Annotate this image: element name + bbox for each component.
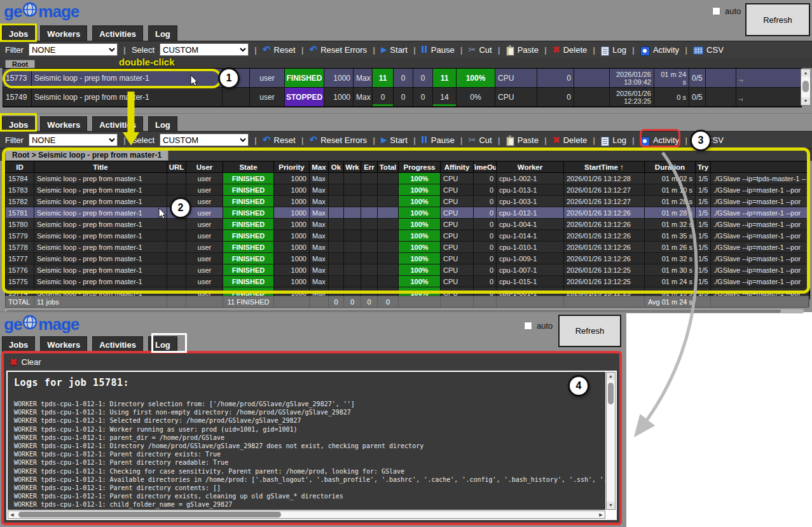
cell-timeout: 0 bbox=[474, 230, 497, 241]
refresh-button[interactable]: Refresh bbox=[558, 315, 621, 347]
column-header-progress[interactable]: Progress bbox=[399, 161, 441, 172]
scroll-thumb[interactable] bbox=[18, 512, 281, 517]
table-row[interactable]: 15778Seismic loop - prep from master-1us… bbox=[6, 242, 809, 253]
toolbar-button-reset-errors[interactable]: ↶Reset Errors bbox=[310, 45, 368, 55]
cell-wrk bbox=[344, 230, 361, 241]
tab-activities[interactable]: Activities bbox=[92, 25, 143, 42]
column-header-err[interactable]: Err bbox=[361, 161, 378, 172]
table-row[interactable]: 15782Seismic loop - prep from master-1us… bbox=[6, 196, 809, 207]
cell-duration: 01 m 32 s bbox=[645, 253, 696, 264]
scroll-up-icon[interactable]: ▲ bbox=[801, 69, 810, 77]
cell-start: 2026/01/26 13:12:26 bbox=[564, 219, 645, 229]
scroll-up-icon[interactable]: ▲ bbox=[607, 373, 615, 380]
column-header-state[interactable]: State bbox=[223, 161, 274, 172]
toolbar-separator: | bbox=[684, 45, 688, 55]
column-header-timeout[interactable]: TimeOut bbox=[474, 161, 497, 172]
column-header-affinity[interactable]: Affinity bbox=[441, 161, 474, 172]
column-header-id[interactable]: ID bbox=[6, 161, 34, 172]
auto-refresh-checkbox[interactable] bbox=[712, 7, 720, 15]
scroll-down-icon[interactable]: ▼ bbox=[607, 502, 615, 509]
root-button[interactable]: Root bbox=[5, 60, 35, 69]
column-header-duration[interactable]: Duration bbox=[645, 161, 696, 172]
toolbar-button-pause[interactable]: Pause bbox=[422, 135, 455, 145]
toolbar-button-delete[interactable]: ✖Delete bbox=[553, 44, 587, 55]
toolbar-button-log[interactable]: Log bbox=[601, 45, 626, 55]
scrollbar-horizontal[interactable]: ◀ ▶ bbox=[8, 510, 605, 519]
toolbar-button-reset[interactable]: ↶Reset bbox=[263, 135, 296, 145]
cell-duration: 01 m 32 s bbox=[645, 219, 696, 229]
table-row[interactable]: 15776Seismic loop - prep from master-1us… bbox=[6, 264, 809, 276]
toolbar-button-pause[interactable]: Pause bbox=[422, 45, 455, 55]
scrollbar-vertical[interactable]: ▲ ▼ bbox=[801, 69, 811, 106]
log-line: WORKER tpds-cpu-1-012-1: Parent director… bbox=[14, 458, 599, 467]
toolbar-button-cut[interactable]: ✂Cut bbox=[469, 135, 492, 145]
scroll-down-icon[interactable]: ▼ bbox=[801, 97, 810, 105]
column-header-cmd[interactable] bbox=[711, 161, 809, 172]
table-row[interactable]: 15749Seismic loop - prep from master-1us… bbox=[3, 88, 801, 107]
cell-title: Seismic loop - prep from master-1 bbox=[34, 196, 167, 207]
column-header-max[interactable]: Max bbox=[310, 161, 329, 172]
table-row[interactable]: TOTAL11 jobs11 FINISHED0000Avg 01 m 24 s bbox=[5, 296, 809, 308]
globe-icon bbox=[22, 2, 38, 22]
column-header-ok[interactable]: Ok bbox=[329, 161, 344, 172]
toolbar-button-reset-errors[interactable]: ↶Reset Errors bbox=[310, 135, 368, 145]
column-header-start[interactable]: StartTime ↑ bbox=[564, 161, 645, 172]
scroll-left-icon[interactable]: ◀ bbox=[8, 511, 16, 518]
column-header-priority[interactable]: Priority bbox=[274, 161, 310, 172]
toolbar-button-csv[interactable]: CSV bbox=[693, 135, 724, 145]
cell-state: FINISHED bbox=[223, 173, 274, 184]
column-header-total[interactable]: Total bbox=[378, 161, 399, 172]
cell-id: 15775 bbox=[6, 276, 34, 287]
start-icon: ▶ bbox=[381, 135, 387, 144]
auto-refresh-checkbox[interactable] bbox=[524, 322, 532, 330]
tab-log[interactable]: Log bbox=[148, 25, 177, 42]
toolbar-button-activity[interactable]: Activity bbox=[640, 45, 679, 55]
column-header-wrk[interactable]: Wrk bbox=[344, 161, 361, 172]
toolbar-button-csv[interactable]: CSV bbox=[693, 45, 724, 55]
table-row[interactable]: 15777Seismic loop - prep from master-1us… bbox=[6, 253, 809, 264]
tab-jobs[interactable]: Jobs bbox=[2, 25, 35, 42]
scroll-thumb[interactable] bbox=[608, 383, 614, 404]
toolbar-button-start[interactable]: ▶Start bbox=[381, 45, 408, 55]
column-header-try[interactable]: Try bbox=[696, 161, 711, 172]
scrollbar-vertical[interactable]: ▲ ▼ bbox=[606, 372, 616, 510]
cell-err: 0 bbox=[413, 88, 433, 106]
cell-affinity: CPU bbox=[441, 276, 474, 287]
table-row[interactable]: 15775Seismic loop - prep from master-1us… bbox=[6, 276, 809, 287]
toolbar-separator: | bbox=[372, 45, 376, 55]
scroll-right-icon[interactable]: ▶ bbox=[597, 511, 605, 518]
toolbar-button-reset[interactable]: ↶Reset bbox=[263, 45, 296, 55]
toolbar-button-activity[interactable]: Activity bbox=[640, 135, 679, 145]
toolbar-button-log[interactable]: Log bbox=[601, 135, 626, 145]
breadcrumb[interactable]: Root > Seismic loop - prep from master-1 bbox=[5, 149, 169, 161]
clear-button[interactable]: Clear bbox=[22, 357, 41, 367]
filter-select[interactable]: NONE bbox=[29, 43, 118, 56]
refresh-button[interactable]: Refresh bbox=[745, 3, 810, 36]
table-row[interactable]: 15773Seismic loop - prep from master-1us… bbox=[3, 69, 801, 88]
cell-try: 1/5 bbox=[696, 219, 711, 229]
column-header-worker[interactable]: Worker bbox=[497, 161, 564, 172]
cell-url bbox=[167, 296, 186, 307]
table-row[interactable]: 15779Seismic loop - prep from master-1us… bbox=[6, 230, 809, 242]
toolbar-button-paste[interactable]: Paste bbox=[506, 45, 539, 55]
table-row[interactable]: 15780Seismic loop - prep from master-1us… bbox=[6, 219, 809, 230]
table-row[interactable]: 15784Seismic loop - prep from master-1us… bbox=[6, 173, 809, 184]
column-header-url[interactable]: URL bbox=[167, 161, 186, 172]
toolbar-button-start[interactable]: ▶Start bbox=[381, 135, 408, 145]
toolbar-button-paste[interactable]: Paste bbox=[506, 135, 539, 145]
scroll-thumb[interactable] bbox=[802, 81, 809, 92]
cell-worker: cpu-1-009-1 bbox=[497, 253, 564, 264]
cell-start: 2026/01/26 13:12:27 bbox=[564, 196, 645, 207]
tab-workers[interactable]: Workers bbox=[40, 25, 87, 42]
column-header-title[interactable]: Title bbox=[34, 161, 167, 172]
filter-select[interactable]: NONE bbox=[29, 133, 118, 146]
cell-err: 0 bbox=[361, 296, 378, 307]
toolbar-button-delete[interactable]: ✖Delete bbox=[553, 135, 587, 145]
table-row[interactable]: 15781Seismic loop - prep from master-1us… bbox=[6, 207, 809, 219]
cell-priority: 1000 bbox=[274, 264, 310, 275]
select-select[interactable]: CUSTOM bbox=[160, 43, 249, 56]
column-header-user[interactable]: User bbox=[186, 161, 223, 172]
select-select[interactable]: CUSTOM bbox=[160, 133, 249, 146]
table-row[interactable]: 15783Seismic loop - prep from master-1us… bbox=[6, 184, 809, 196]
toolbar-button-cut[interactable]: ✂Cut bbox=[469, 44, 492, 55]
